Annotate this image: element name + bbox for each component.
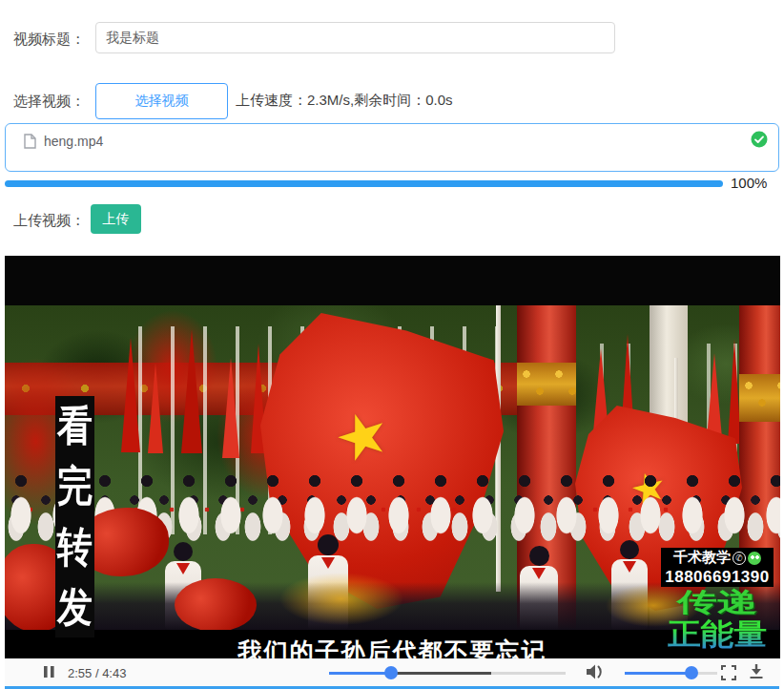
mute-button[interactable]	[585, 663, 606, 680]
upload-speed-text: 上传速度：2.3M/s,剩余时间：0.0s	[236, 92, 453, 110]
upload-progress-bar	[5, 180, 723, 187]
upload-video-label: 上传视频：	[13, 212, 85, 230]
seek-thumb[interactable]	[384, 666, 398, 679]
speaker-icon	[585, 669, 606, 683]
seek-buffered-track	[391, 672, 491, 675]
upload-progress-label: 100%	[731, 175, 767, 191]
video-title-label: 视频标题：	[13, 31, 85, 49]
uploaded-file-item[interactable]: heng.mp4	[5, 123, 779, 172]
upload-button[interactable]: 上传	[91, 204, 141, 234]
fullscreen-icon	[720, 670, 737, 684]
video-surface[interactable]	[5, 256, 780, 658]
document-icon	[23, 134, 36, 153]
download-icon	[748, 668, 765, 682]
check-circle-icon	[751, 131, 768, 152]
select-video-button[interactable]: 选择视频	[95, 83, 228, 119]
pause-button[interactable]	[43, 665, 55, 679]
video-title-input[interactable]	[95, 22, 615, 53]
volume-filled-track	[625, 672, 691, 675]
volume-thumb[interactable]	[685, 666, 698, 679]
fullscreen-button[interactable]	[720, 664, 737, 681]
download-button[interactable]	[748, 663, 765, 679]
select-video-label: 选择视频：	[13, 93, 85, 111]
video-player: ★ ★ 看 完 转 发	[5, 256, 780, 686]
seek-remaining-track	[491, 672, 566, 675]
pause-icon	[43, 667, 55, 681]
seek-played-track	[329, 672, 391, 675]
file-name: heng.mp4	[44, 134, 103, 149]
video-controls-bar: 2:55 / 4:43	[5, 658, 780, 686]
volume-slider[interactable]	[625, 667, 717, 679]
seek-bar[interactable]	[329, 667, 566, 679]
time-display: 2:55 / 4:43	[68, 666, 126, 680]
